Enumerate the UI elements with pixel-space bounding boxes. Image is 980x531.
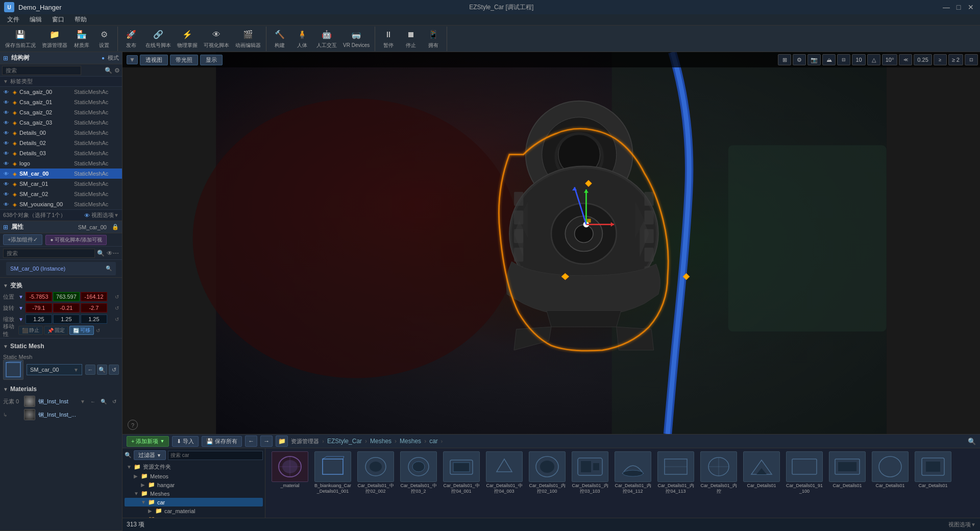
show-btn[interactable]: 显示 — [200, 55, 223, 65]
asset-mesh-8[interactable]: Car_Details01_内控04_112 — [612, 450, 653, 495]
vr-devices-btn[interactable]: 🥽 VR Devices — [340, 27, 373, 51]
breadcrumb-ezstyle[interactable]: EZStyle_Car — [327, 438, 362, 445]
close-button[interactable]: ✕ — [966, 2, 976, 12]
pause-btn[interactable]: ⏸ 暂停 — [377, 27, 400, 51]
static-mesh-dropdown[interactable]: SM_car_00 ▼ — [27, 364, 82, 375]
ai-interact-btn[interactable]: 🤖 人工交互 — [313, 27, 340, 51]
vp-extra-btn[interactable]: ⊡ — [965, 54, 978, 65]
mesh-back-btn[interactable]: ← — [85, 365, 95, 375]
lock-icon[interactable]: 🔒 — [112, 224, 119, 230]
vp-camera-btn[interactable]: 📷 — [807, 54, 821, 65]
viewport-help[interactable]: ? — [128, 420, 138, 430]
nav-fwd-btn[interactable]: → — [260, 436, 273, 447]
menu-file[interactable]: 文件 — [2, 14, 24, 25]
tree-options-icon[interactable]: ⚙ — [114, 67, 120, 74]
scale-reset-icon[interactable]: ↺ — [115, 317, 119, 322]
asset-mesh-3[interactable]: Car_Details01_中控03_2 — [398, 450, 439, 495]
visual-script-btn[interactable]: 👁 可视化脚本 — [201, 27, 232, 51]
tree-search-icon[interactable]: 🔍 — [105, 67, 112, 74]
materials-header[interactable]: ▼ Materials — [0, 383, 122, 395]
tree-item[interactable]: 👁 ◈ Details_02 StaticMeshAc — [0, 138, 122, 148]
vp-angle-value[interactable]: 10° — [882, 54, 898, 65]
vp-zoom-icon[interactable]: ≥ — [934, 54, 947, 65]
viewport[interactable]: ▼ 透视图 带光照 显示 ⊞ ⚙ 📷 ⛰ ⊟ 10 △ 10° ≪ 0.25 ≥… — [122, 52, 980, 434]
position-y-input[interactable] — [53, 292, 80, 301]
tree-item[interactable]: 👁 ◈ SM_car_02 StaticMeshAc — [0, 189, 122, 199]
possess-btn[interactable]: 📱 拥有 — [422, 27, 445, 51]
instance-search-icon[interactable]: 🔍 — [106, 266, 112, 271]
menu-window[interactable]: 窗口 — [47, 14, 69, 25]
physics-btn[interactable]: ⚡ 物理掌握 — [174, 27, 201, 51]
position-z-input[interactable] — [81, 292, 107, 301]
asset-mesh-6[interactable]: Car_Details01_内控02_100 — [527, 450, 568, 495]
menu-help[interactable]: 帮助 — [69, 14, 92, 25]
more-icon[interactable]: ⋯ — [113, 250, 119, 257]
build-btn[interactable]: 🔨 构建 — [268, 27, 291, 51]
vp-landscape-btn[interactable]: ⛰ — [822, 54, 836, 65]
anim-editor-btn[interactable]: 🎬 动画编辑器 — [232, 27, 264, 51]
save-current-btn[interactable]: 💾 保存当前工况 — [2, 27, 39, 51]
rotation-x-input[interactable] — [26, 303, 52, 312]
breadcrumb-arrow[interactable]: › — [441, 439, 443, 444]
vp-zoom-value[interactable]: ≥ 2 — [948, 54, 963, 65]
help-icon[interactable]: ? — [128, 420, 138, 430]
asset-mesh-2[interactable]: Car_Details01_中控02_002 — [355, 450, 396, 495]
vp-grid-size-value[interactable]: 10 — [852, 54, 865, 65]
tree-item[interactable]: 👁 ◈ SM_youxiang_00 StaticMeshAc — [0, 199, 122, 209]
settings-btn[interactable]: ⚙ 设置 — [93, 27, 115, 51]
mat-search-btn[interactable]: 🔍 — [99, 397, 108, 406]
material-library-btn[interactable]: 🏪 材质库 — [70, 27, 93, 51]
tree-item-meshes[interactable]: ▼ 📁 Meshes — [125, 489, 263, 498]
rotation-z-input[interactable] — [81, 303, 107, 312]
stop-btn[interactable]: ⏹ 停止 — [400, 27, 422, 51]
tree-item-assets-folder[interactable]: ▼ 📁 资源文件夹 — [125, 462, 263, 472]
position-x-input[interactable] — [26, 292, 52, 301]
asset-mesh-11[interactable]: Car_Details01 — [741, 450, 782, 490]
nav-back-btn[interactable]: ← — [245, 436, 257, 447]
resource-manager-btn[interactable]: 📁 资源管理器 — [39, 27, 70, 51]
tree-item[interactable]: 👁 ◈ Csa_gaiz_00 StaticMeshAc — [0, 87, 122, 97]
tree-item[interactable]: 👁 ◈ Csa_gaiz_03 StaticMeshAc — [0, 117, 122, 128]
tree-item[interactable]: 👁 ◈ Csa_gaiz_02 StaticMeshAc — [0, 107, 122, 117]
mesh-search-btn[interactable]: 🔍 — [97, 365, 107, 375]
eye-icon[interactable]: 👁 — [107, 250, 113, 257]
tree-item[interactable]: 👁 ◈ SM_car_01 StaticMeshAc — [0, 179, 122, 189]
tree-item[interactable]: 👁 ◈ Details_00 StaticMeshAc — [0, 128, 122, 138]
tree-item-car-material[interactable]: ▶ 📁 car_material — [125, 506, 263, 515]
minimize-button[interactable]: — — [941, 2, 951, 12]
perspective-btn[interactable]: 透视图 — [140, 55, 168, 65]
vp-triangle-icon[interactable]: △ — [867, 54, 880, 65]
mobility-fixed-btn[interactable]: 📌 固定 — [44, 326, 68, 335]
scale-x-input[interactable] — [26, 315, 52, 324]
asset-mesh-10[interactable]: Car_Details01_内控 — [698, 450, 739, 495]
view-options-arrow[interactable]: ▼ — [971, 522, 976, 527]
breadcrumb-car[interactable]: car — [429, 438, 438, 445]
static-mesh-header[interactable]: ▼ Static Mesh — [0, 341, 122, 352]
material-dropdown-btn[interactable]: ▼ — [80, 399, 85, 404]
asset-mesh-9[interactable]: Car_Details01_内控04_113 — [655, 450, 696, 495]
folder-icon-btn[interactable]: 📁 — [276, 436, 288, 447]
vp-settings-btn[interactable]: ⚙ — [793, 54, 806, 65]
tree-search-input[interactable] — [2, 66, 81, 75]
vp-something-btn[interactable]: ⊟ — [837, 54, 850, 65]
tree-item-car[interactable]: ▼ 📁 car — [125, 498, 263, 506]
vp-grid-icon-btn[interactable]: ⊞ — [778, 54, 791, 65]
position-reset-icon[interactable]: ↺ — [115, 294, 119, 300]
lit-btn[interactable]: 带光照 — [170, 55, 198, 65]
transform-header[interactable]: ▼ 变换 — [0, 280, 122, 291]
view-options-label[interactable]: 视图选项 — [948, 521, 971, 528]
add-component-button[interactable]: +添加组件✓ — [3, 234, 42, 245]
asset-material[interactable]: _material — [270, 450, 310, 490]
mesh-reload-btn[interactable]: ↺ — [109, 365, 119, 375]
filter-search-input[interactable] — [168, 451, 263, 460]
publish-btn[interactable]: 🚀 发布 — [120, 27, 142, 51]
tree-item[interactable]: 👁 ◈ Details_03 StaticMeshAc — [0, 148, 122, 158]
filter-btn[interactable]: 过滤器 ▼ — [134, 450, 166, 460]
asset-mesh-1[interactable]: B_biankuang_Car_Details01_001 — [312, 450, 353, 495]
tree-item[interactable]: 👁 ◈ logo StaticMeshAc — [0, 158, 122, 168]
mat-back-btn[interactable]: ← — [88, 397, 97, 406]
vp-speed-value[interactable]: 0.25 — [914, 54, 932, 65]
breadcrumb-meshes2[interactable]: Meshes — [400, 438, 421, 445]
view-options-btn[interactable]: 视图选项 — [91, 211, 114, 219]
asset-mesh-5[interactable]: Car_Details01_中控04_003 — [484, 450, 525, 495]
